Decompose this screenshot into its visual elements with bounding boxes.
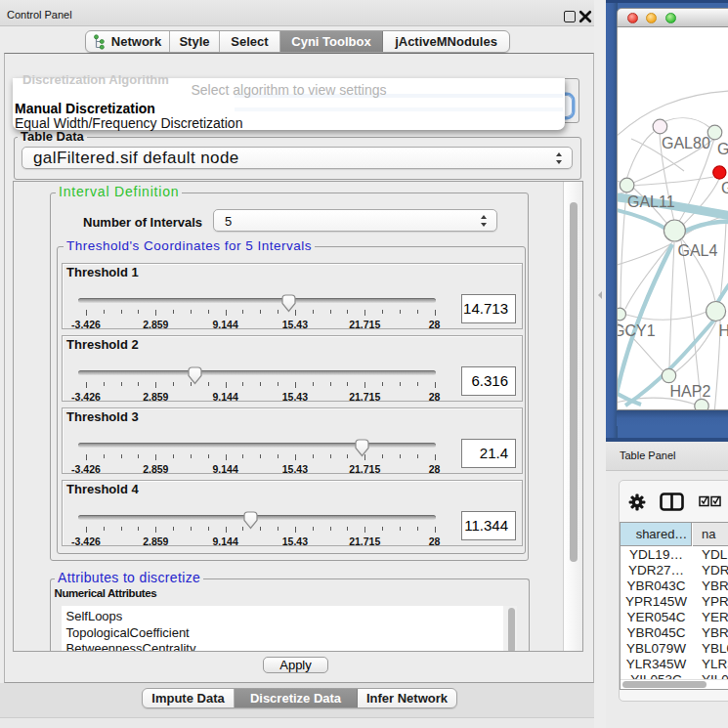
svg-text:GAL80: GAL80 <box>662 135 710 151</box>
svg-text:HAP2: HAP2 <box>670 383 711 400</box>
svg-text:GAL: GAL <box>721 180 728 196</box>
svg-text:HIS: HIS <box>719 322 728 339</box>
svg-text:GCY1: GCY1 <box>618 322 656 339</box>
svg-text:GAL7: GAL7 <box>717 141 728 157</box>
svg-text:GAL4: GAL4 <box>678 242 718 259</box>
svg-text:GAL11: GAL11 <box>627 193 675 210</box>
